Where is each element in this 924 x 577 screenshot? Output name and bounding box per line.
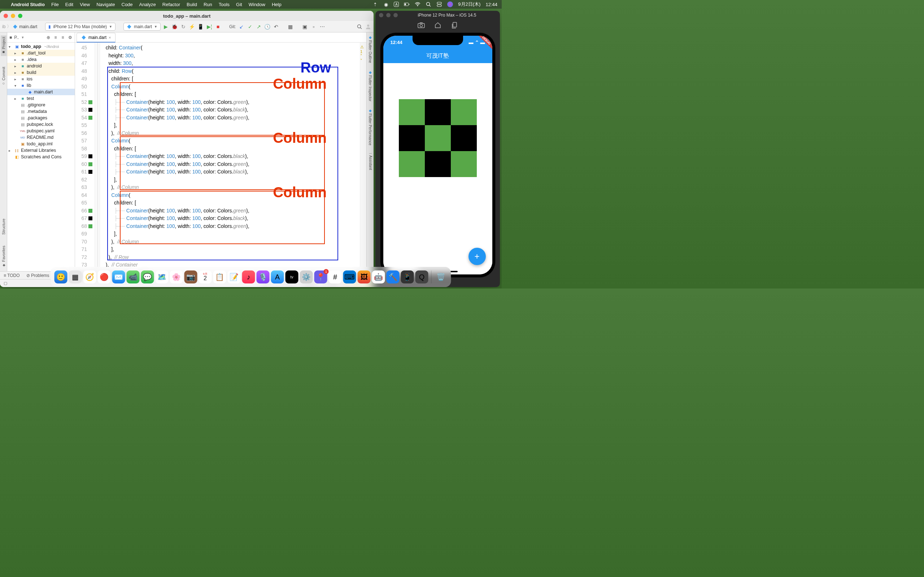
menu-refactor[interactable]: Refactor	[162, 2, 180, 7]
dock-launchpad[interactable]: ▦	[69, 271, 82, 284]
minimize-window-button[interactable]	[386, 13, 391, 17]
dock-simulator[interactable]: 📱	[401, 271, 414, 284]
menu-edit[interactable]: Edit	[65, 2, 73, 7]
menu-window[interactable]: Window	[249, 2, 265, 7]
dock-vscode[interactable]: ⌨	[343, 271, 356, 284]
tree-item[interactable]: ▸■.idea	[7, 56, 75, 63]
dock-maps[interactable]: 🗺️	[155, 271, 168, 284]
dock-calendar[interactable]: 9月2	[199, 271, 212, 284]
git-push-icon[interactable]: ↗	[255, 23, 262, 30]
battery-icon[interactable]	[404, 2, 410, 7]
home-icon[interactable]	[434, 22, 441, 29]
expand-icon[interactable]: ≡	[53, 35, 58, 40]
close-window-button[interactable]	[3, 14, 8, 18]
tree-root[interactable]: ▾▣ todo_app ~/Androi	[7, 43, 75, 50]
stop-button[interactable]: ■	[215, 23, 221, 30]
input-icon[interactable]: A	[394, 2, 399, 7]
tree-item[interactable]: YMLpubspec.yaml	[7, 128, 75, 134]
run-config-selector[interactable]: main.dart ▼	[123, 23, 161, 31]
dock-chrome[interactable]: 🔴	[98, 271, 111, 284]
close-tab-icon[interactable]: ×	[109, 35, 111, 40]
more-icon[interactable]: ⋯	[319, 23, 326, 30]
breadcrumb[interactable]: ib 〉 main.dart	[2, 23, 37, 29]
tab-problems[interactable]: ⊘ Problems	[26, 273, 50, 278]
menu-code[interactable]: Code	[122, 2, 133, 7]
search-everywhere-icon[interactable]	[356, 23, 363, 30]
tab-todo[interactable]: ≡ TODO	[3, 273, 20, 278]
menu-analyze[interactable]: Analyze	[139, 2, 156, 7]
menu-git[interactable]: Git	[236, 2, 242, 7]
menu-build[interactable]: Build	[187, 2, 197, 7]
tree-item[interactable]: ▤.metadata	[7, 108, 75, 115]
hot-reload-icon[interactable]: ⚡	[189, 23, 195, 30]
fab-button[interactable]: +	[468, 248, 486, 265]
dock-app[interactable]: 📍1	[314, 271, 327, 284]
history-icon[interactable]: 🕓	[264, 23, 271, 30]
revert-icon[interactable]: ↶	[273, 23, 279, 30]
tab-commit[interactable]: ○ Commit	[2, 67, 6, 86]
menu-navigate[interactable]: Navigate	[96, 2, 115, 7]
locate-icon[interactable]: ⊕	[46, 35, 51, 40]
dock-messages[interactable]: 💬	[141, 271, 154, 284]
tree-item[interactable]: ▾■lib	[7, 82, 75, 89]
menu-run[interactable]: Run	[204, 2, 212, 7]
tree-item[interactable]: ▸■android	[7, 63, 75, 69]
tab-assistant[interactable]: ⫶ Assistant	[368, 153, 373, 170]
tree-item-selected[interactable]: ◆main.dart	[7, 89, 75, 95]
menubar-date[interactable]: 9月2日(木)	[458, 1, 480, 8]
collapse-icon[interactable]: ≡	[60, 35, 65, 40]
tree-item[interactable]: MDREADME.md	[7, 134, 75, 141]
dock-xcode[interactable]: 🔨	[386, 271, 399, 284]
wifi-icon[interactable]	[415, 2, 420, 7]
menu-view[interactable]: View	[80, 2, 90, 7]
menu-tools[interactable]: Tools	[219, 2, 229, 7]
fold-gutter[interactable]	[95, 43, 100, 271]
tree-item[interactable]: ▸■ios	[7, 76, 75, 82]
tree-item[interactable]: ▤.gitignore	[7, 102, 75, 108]
avd-icon[interactable]: ▦	[287, 23, 294, 30]
dock-safari[interactable]: 🧭	[83, 271, 96, 284]
close-window-button[interactable]	[379, 13, 383, 17]
project-tree[interactable]: ▾▣ todo_app ~/Androi ▸■.dart_tool ▸■.ide…	[7, 43, 75, 271]
dropbox-icon[interactable]: ⇡	[372, 2, 378, 7]
dock-music[interactable]: ♪	[242, 271, 255, 284]
tab-project[interactable]: ■ Project	[1, 35, 6, 56]
maximize-window-button[interactable]	[393, 13, 398, 17]
menu-help[interactable]: Help	[272, 2, 281, 7]
tab-flutter-performance[interactable]: ◆ Flutter Performance	[368, 108, 372, 145]
tab-favorites[interactable]: ★ Favorites	[1, 246, 6, 268]
screenshot-icon[interactable]	[418, 22, 425, 29]
dock-notes[interactable]: 📝	[228, 271, 241, 284]
git-pull-icon[interactable]: ↙	[238, 23, 245, 30]
control-center-icon[interactable]	[436, 2, 442, 7]
debug-button[interactable]: 🐞	[171, 23, 178, 30]
tab-flutter-inspector[interactable]: ◆ Flutter Inspector	[368, 70, 372, 102]
siri-icon[interactable]	[447, 2, 453, 7]
tree-external-libs[interactable]: ▸⫿⫿External Libraries	[7, 147, 75, 154]
search-icon[interactable]	[426, 2, 431, 7]
dock-podcasts[interactable]: 🎙️	[257, 271, 270, 284]
run-button[interactable]: ▶	[163, 23, 169, 30]
code-editor[interactable]: 4546474849505152535455565758596061626364…	[75, 43, 366, 271]
profile-icon[interactable]: ▶¦	[206, 23, 213, 30]
menu-app-name[interactable]: Android Studio	[11, 2, 45, 7]
tree-item[interactable]: ▤.packages	[7, 115, 75, 121]
editor-tab[interactable]: main.dart ×	[76, 33, 115, 43]
tree-scratches[interactable]: ◧Scratches and Cons	[7, 154, 75, 160]
tab-structure[interactable]: Structure	[2, 219, 6, 235]
attach-icon[interactable]: 📱	[197, 23, 204, 30]
warning-indicator[interactable]: ⚠ 1 ˄ ˅	[360, 45, 366, 63]
dock-quicktime[interactable]: Q	[415, 271, 428, 284]
git-commit-icon[interactable]: ✓	[247, 23, 254, 30]
dock-photobooth[interactable]: 📷	[184, 271, 197, 284]
dock-facetime[interactable]: 📹	[127, 271, 140, 284]
dock-photos[interactable]: 🌸	[170, 271, 183, 284]
settings-icon[interactable]: ⚙	[68, 35, 73, 40]
dock-appstore[interactable]: A	[271, 271, 284, 284]
tree-item[interactable]: ▸■test	[7, 95, 75, 102]
copy-icon[interactable]	[451, 22, 458, 29]
layout-icon[interactable]: ▣	[302, 23, 308, 30]
dock-reminders[interactable]: 📋	[213, 271, 226, 284]
tab-flutter-outline[interactable]: ◆ Flutter Outline	[368, 35, 372, 63]
dock-image[interactable]: 🖼	[358, 271, 371, 284]
